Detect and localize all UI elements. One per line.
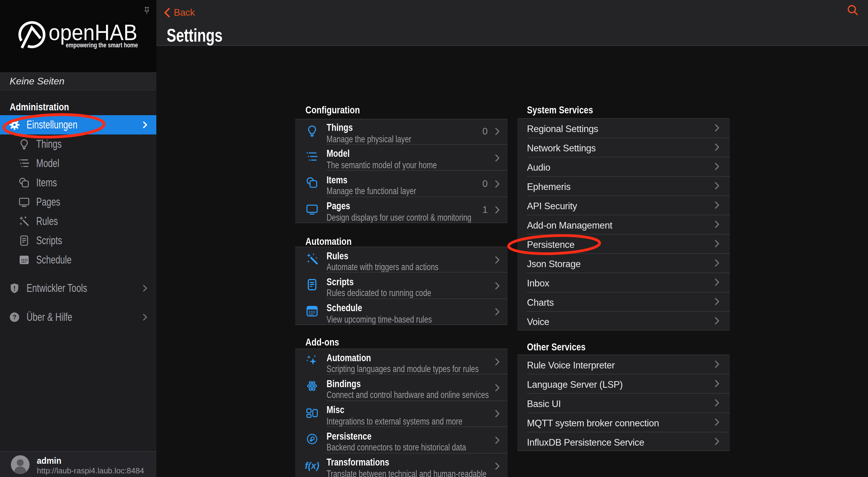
svg-text:empowering the smart home: empowering the smart home xyxy=(66,41,138,49)
svg-text:f(x): f(x) xyxy=(305,460,319,471)
svg-text:?: ? xyxy=(12,314,16,321)
